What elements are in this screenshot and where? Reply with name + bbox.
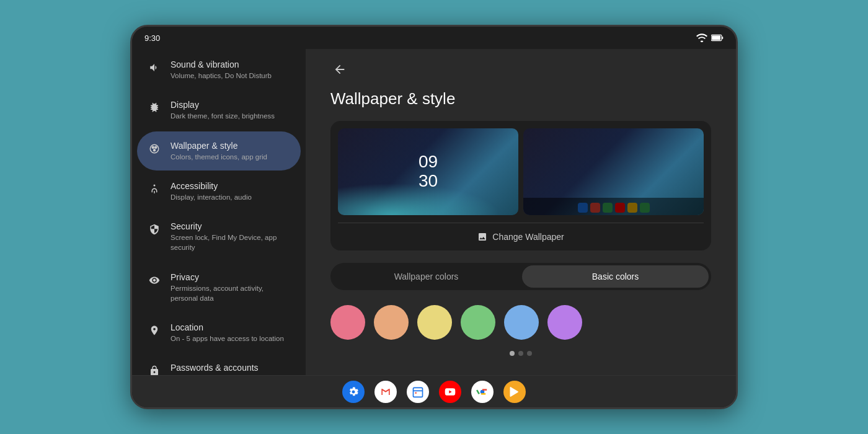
sidebar-text-accessibility: Accessibility Display, interaction, audi… <box>170 180 252 202</box>
swatch-pink[interactable] <box>330 305 365 340</box>
sidebar-item-passwords[interactable]: Passwords & accounts Saved passwords, au… <box>137 353 301 375</box>
sidebar-title-location: Location <box>170 322 284 333</box>
back-button[interactable] <box>330 60 349 82</box>
main-content: Sound & vibration Volume, haptics, Do No… <box>132 49 736 375</box>
dock-icon-youtube <box>615 203 625 213</box>
taskbar-chrome[interactable] <box>471 381 494 403</box>
sidebar-item-accessibility[interactable]: Accessibility Display, interaction, audi… <box>137 172 301 211</box>
dot-3 <box>527 351 532 356</box>
sidebar-title-display: Display <box>170 99 275 110</box>
dot-1 <box>510 351 515 356</box>
taskbar <box>132 375 736 407</box>
sidebar-text-security: Security Screen lock, Find My Device, ap… <box>170 221 291 252</box>
sidebar-title-passwords: Passwords & accounts <box>170 362 278 373</box>
svg-rect-1 <box>722 37 723 39</box>
svg-point-5 <box>415 392 417 394</box>
sidebar-item-security[interactable]: Security Screen lock, Find My Device, ap… <box>137 212 301 261</box>
sidebar-subtitle-accessibility: Display, interaction, audio <box>170 192 252 202</box>
sidebar-subtitle-sound: Volume, haptics, Do Not Disturb <box>170 71 272 81</box>
privacy-icon <box>147 273 162 288</box>
taskbar-store[interactable] <box>503 381 526 403</box>
status-time: 9:30 <box>144 33 160 43</box>
swatch-yellow[interactable] <box>417 305 452 340</box>
panel-title: Wallpaper & style <box>330 89 711 108</box>
wallpaper-icon <box>147 141 162 156</box>
dock-icon-calendar <box>603 203 613 213</box>
home-dock <box>523 203 704 213</box>
sidebar-text-display: Display Dark theme, font size, brightnes… <box>170 99 275 121</box>
accessibility-icon <box>147 182 162 197</box>
sidebar-text-sound: Sound & vibration Volume, haptics, Do No… <box>170 59 272 81</box>
wallpaper-previews: 09 30 <box>338 128 704 215</box>
status-bar: 9:30 <box>132 27 736 49</box>
sidebar-subtitle-location: On - 5 apps have access to location <box>170 334 284 343</box>
taskbar-gmail[interactable] <box>374 381 397 403</box>
dot-2 <box>518 351 523 356</box>
color-tabs: Wallpaper colors Basic colors <box>330 263 711 290</box>
wallpaper-card: 09 30 <box>330 121 711 250</box>
sidebar: Sound & vibration Volume, haptics, Do No… <box>132 49 306 375</box>
sidebar-item-location[interactable]: Location On - 5 apps have access to loca… <box>137 313 301 352</box>
sidebar-item-display[interactable]: Display Dark theme, font size, brightnes… <box>137 91 301 130</box>
lock-screen-preview: 09 30 <box>338 128 518 215</box>
sidebar-title-security: Security <box>170 221 291 232</box>
status-icons <box>696 33 724 42</box>
sound-icon <box>147 60 162 75</box>
dock-icon-settings <box>578 203 588 213</box>
swatch-blue[interactable] <box>504 305 539 340</box>
svg-rect-2 <box>712 36 720 40</box>
detail-panel: Wallpaper & style 09 30 <box>306 49 736 375</box>
passwords-icon <box>147 363 162 375</box>
swatch-peach[interactable] <box>374 305 409 340</box>
swatch-purple[interactable] <box>547 305 582 340</box>
pagination-dots <box>330 351 711 356</box>
change-wallpaper-button[interactable]: Change Wallpaper <box>338 223 704 250</box>
taskbar-settings[interactable] <box>342 381 365 403</box>
display-icon <box>147 100 162 115</box>
sidebar-title-wallpaper: Wallpaper & style <box>170 140 267 151</box>
lock-screen-time: 09 30 <box>418 153 438 191</box>
svg-point-3 <box>154 184 156 186</box>
swatch-green[interactable] <box>461 305 495 340</box>
sidebar-subtitle-privacy: Permissions, account activity, personal … <box>170 283 291 303</box>
location-icon <box>147 323 162 338</box>
sidebar-text-passwords: Passwords & accounts Saved passwords, au… <box>170 362 278 375</box>
sidebar-item-wallpaper[interactable]: Wallpaper & style Colors, themed icons, … <box>137 131 301 170</box>
sidebar-text-wallpaper: Wallpaper & style Colors, themed icons, … <box>170 140 267 162</box>
dock-icon-chrome <box>627 203 637 213</box>
svg-rect-4 <box>414 388 423 397</box>
security-icon <box>147 222 162 237</box>
change-wallpaper-label: Change Wallpaper <box>492 232 564 242</box>
sidebar-item-sound[interactable]: Sound & vibration Volume, haptics, Do No… <box>137 50 301 89</box>
home-screen-preview <box>523 128 704 215</box>
sidebar-subtitle-display: Dark theme, font size, brightness <box>170 111 275 121</box>
sidebar-title-accessibility: Accessibility <box>170 180 252 192</box>
tab-basic-colors[interactable]: Basic colors <box>522 265 709 288</box>
taskbar-youtube[interactable] <box>439 381 461 403</box>
color-swatches <box>330 303 711 342</box>
sidebar-text-location: Location On - 5 apps have access to loca… <box>170 322 284 343</box>
dock-icon-store <box>640 203 650 213</box>
sidebar-text-privacy: Privacy Permissions, account activity, p… <box>170 272 291 303</box>
sidebar-subtitle-security: Screen lock, Find My Device, app securit… <box>170 232 291 252</box>
sidebar-title-privacy: Privacy <box>170 272 291 283</box>
sidebar-title-sound: Sound & vibration <box>170 59 272 70</box>
sidebar-item-privacy[interactable]: Privacy Permissions, account activity, p… <box>137 263 301 312</box>
wifi-icon <box>696 33 707 42</box>
sidebar-subtitle-wallpaper: Colors, themed icons, app grid <box>170 152 267 162</box>
dock-icon-gmail <box>590 203 600 213</box>
battery-icon <box>711 33 724 42</box>
tab-wallpaper-colors[interactable]: Wallpaper colors <box>333 265 520 288</box>
tablet-device: 9:30 Sound & vibration <box>130 25 738 409</box>
taskbar-calendar[interactable] <box>407 381 429 403</box>
